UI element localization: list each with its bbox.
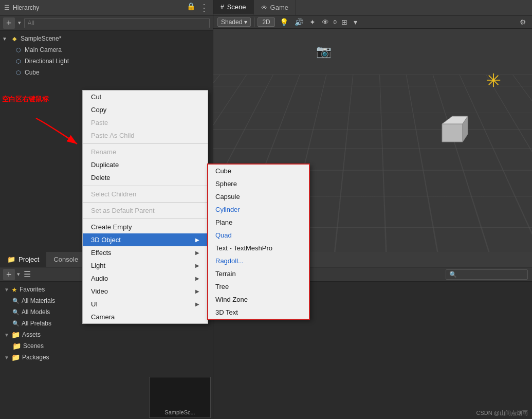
ctx-paste-as-child: Paste As Child xyxy=(83,129,208,142)
pt-scenes[interactable]: 📁 Scenes xyxy=(0,340,213,352)
ctx-create-empty[interactable]: Create Empty xyxy=(83,221,208,233)
ctx-copy-label: Copy xyxy=(91,106,106,114)
pt-assets[interactable]: ▼ 📁 Assets xyxy=(0,329,213,340)
sub-quad[interactable]: Quad xyxy=(208,229,309,242)
pt-models-label: All Models xyxy=(22,308,50,316)
sub-tree[interactable]: Tree xyxy=(208,280,309,293)
hierarchy-search[interactable] xyxy=(24,18,210,28)
ctx-video[interactable]: Video ▶ xyxy=(83,285,208,298)
sub-terrain[interactable]: Terrain xyxy=(208,267,309,280)
pt-assets-arrow: ▼ xyxy=(4,332,9,338)
pt-folder-icon-packages: 📁 xyxy=(11,353,20,361)
scene-tabs: # Scene 👁 Game xyxy=(213,0,532,15)
light-icon: ⬡ xyxy=(14,57,23,65)
2d-button[interactable]: 2D xyxy=(258,17,274,27)
ctx-delete[interactable]: Delete xyxy=(83,171,208,184)
context-menu: Cut Copy Paste Paste As Child Rename Dup… xyxy=(82,90,208,324)
annotation-text: 空白区右键鼠标 xyxy=(2,95,49,104)
hierarchy-menu-icon: ☰ xyxy=(4,4,10,11)
asset-search-input[interactable] xyxy=(446,269,528,280)
layer-count: 0 xyxy=(334,19,337,25)
tree-item-maincamera[interactable]: ⬡ Main Camera xyxy=(0,44,213,56)
add-button[interactable]: + xyxy=(3,17,15,29)
ctx-rename-label: Rename xyxy=(91,148,116,156)
pt-folder-icon-scenes: 📁 xyxy=(12,342,21,350)
sub-textmeshpro[interactable]: Text - TextMeshPro xyxy=(208,242,309,254)
sub-wind-zone[interactable]: Wind Zone xyxy=(208,293,309,306)
sub-3d-text[interactable]: 3D Text xyxy=(208,306,309,319)
ctx-sep3 xyxy=(83,202,208,203)
sub-cylinder[interactable]: Cylinder xyxy=(208,203,309,216)
pt-packages[interactable]: ▼ 📁 Packages xyxy=(0,352,213,363)
camera-object: 📷 xyxy=(316,44,332,59)
pt-fav-arrow: ▼ xyxy=(4,287,9,293)
tab-game[interactable]: 👁 Game xyxy=(254,0,296,15)
sub-plane[interactable]: Plane xyxy=(208,216,309,229)
ctx-camera-label: Camera xyxy=(91,313,115,321)
toolbar-sep1 xyxy=(254,17,254,27)
lock-icon[interactable]: 🔒 xyxy=(187,2,195,13)
pt-fav-label: Favorites xyxy=(20,286,45,293)
shaded-dropdown[interactable]: Shaded ▾ xyxy=(217,17,251,27)
tree-label-directionallight: Directional Light xyxy=(25,58,69,65)
ctx-effects[interactable]: Effects ▶ xyxy=(83,246,208,259)
shaded-arrow: ▾ xyxy=(244,19,247,26)
tab-project-label: Project xyxy=(19,256,39,263)
tab-project[interactable]: 📁 Project xyxy=(0,252,46,267)
ctx-cut[interactable]: Cut xyxy=(83,90,208,103)
ctx-light-label: Light xyxy=(91,262,105,269)
ctx-copy[interactable]: Copy xyxy=(83,103,208,116)
ctx-camera[interactable]: Camera xyxy=(83,311,208,323)
ctx-duplicate[interactable]: Duplicate xyxy=(83,158,208,171)
ctx-paste-as-child-label: Paste As Child xyxy=(91,132,135,139)
project-list-icon[interactable]: ☰ xyxy=(22,269,32,279)
pt-scenes-label: Scenes xyxy=(23,342,44,350)
sub-capsule[interactable]: Capsule xyxy=(208,190,309,203)
pt-assets-label: Assets xyxy=(22,331,41,338)
scene-toolbar: Shaded ▾ 2D 💡 🔊 ✦ 👁 0 ⊞ ▾ ⚙ xyxy=(213,15,532,29)
ctx-cut-label: Cut xyxy=(91,93,101,101)
ctx-light[interactable]: Light ▶ xyxy=(83,259,208,272)
cube-icon: ⬡ xyxy=(14,68,23,77)
tab-console[interactable]: Console xyxy=(46,252,85,267)
ctx-select-children-label: Select Children xyxy=(91,190,136,198)
tab-scene-label: Scene xyxy=(227,3,246,11)
sub-cube[interactable]: Cube xyxy=(208,165,309,177)
settings-icon[interactable]: ⚙ xyxy=(518,18,528,26)
ctx-3d-object-label: 3D Object xyxy=(91,236,121,244)
ctx-effects-arrow: ▶ xyxy=(195,250,199,256)
pt-fav-star: ★ xyxy=(11,286,17,294)
more-toolbar-icon[interactable]: ▾ xyxy=(352,18,359,26)
tab-scene[interactable]: # Scene xyxy=(213,0,254,15)
ctx-video-arrow: ▶ xyxy=(195,288,199,294)
ctx-sep4 xyxy=(83,218,208,219)
watermark: CSDN @山间点烟雨 xyxy=(476,409,528,417)
hierarchy-toolbar: + ▾ xyxy=(0,15,213,31)
light-toggle-icon[interactable]: 💡 xyxy=(278,18,290,26)
ctx-default-parent-label: Set as Default Parent xyxy=(91,207,155,214)
ctx-audio[interactable]: Audio ▶ xyxy=(83,272,208,285)
add-dropdown-arrow: ▾ xyxy=(18,20,21,26)
sub-sphere[interactable]: Sphere xyxy=(208,177,309,190)
pt-search-icon-1: 🔍 xyxy=(12,298,20,304)
sun-object: ✳ xyxy=(486,70,501,92)
tree-item-cube[interactable]: ⬡ Cube xyxy=(0,67,213,78)
tree-item-samplescene[interactable]: ▼ ◆ SampleScene* ⋮ xyxy=(0,33,213,44)
ctx-sep2 xyxy=(83,186,208,186)
camera-icon: ⬡ xyxy=(14,46,23,54)
audio-icon[interactable]: 🔊 xyxy=(293,18,305,26)
grid-icon[interactable]: ⊞ xyxy=(340,18,349,26)
submenu-3d-object: Cube Sphere Capsule Cylinder Plane Quad … xyxy=(207,163,310,320)
scene-hash-icon: # xyxy=(221,4,224,11)
ctx-3d-object[interactable]: 3D Object ▶ xyxy=(83,233,208,246)
ctx-ui[interactable]: UI ▶ xyxy=(83,298,208,311)
more-icon[interactable]: ⋮ xyxy=(199,2,209,13)
project-add-button[interactable]: + xyxy=(3,269,15,280)
fx-icon[interactable]: ✦ xyxy=(308,18,317,26)
tree-item-directionallight[interactable]: ⬡ Directional Light xyxy=(0,56,213,67)
hidden-layers-icon[interactable]: 👁 xyxy=(320,18,331,26)
ctx-audio-arrow: ▶ xyxy=(195,276,199,281)
hierarchy-header-icons: 🔒 ⋮ xyxy=(187,2,209,13)
pt-packages-arrow: ▼ xyxy=(4,355,9,360)
sub-ragdoll[interactable]: Ragdoll... xyxy=(208,254,309,267)
